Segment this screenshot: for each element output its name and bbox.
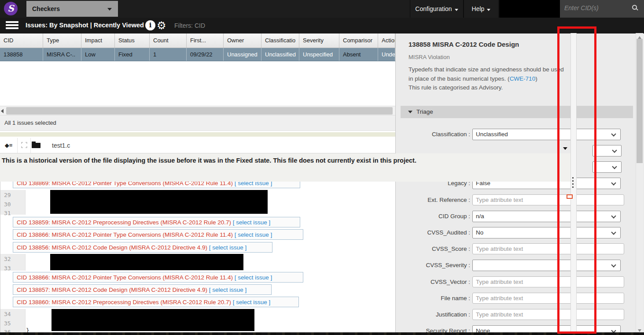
select-issue-link[interactable]: [ select issue ] bbox=[209, 244, 247, 251]
issue-description: Typedefs that indicate size and signedne… bbox=[408, 65, 568, 83]
chevron-down-icon bbox=[487, 9, 490, 11]
column-header-type[interactable]: Type bbox=[43, 34, 81, 48]
triage-field-label: CVSS_Audited : bbox=[398, 229, 470, 236]
select-value: n/a bbox=[476, 213, 484, 220]
line-number: 35 bbox=[4, 320, 11, 327]
row-cell[interactable]: Low bbox=[81, 48, 115, 61]
row-cell[interactable]: 09/29/22 bbox=[187, 48, 224, 61]
table-horizontal-scrollbar[interactable] bbox=[0, 106, 395, 115]
issue-event-box: CID 138856: MISRA C-2012 Code Design (MI… bbox=[13, 242, 272, 253]
ext-reference-input[interactable] bbox=[472, 194, 624, 205]
hidden-field-select[interactable] bbox=[592, 161, 622, 173]
triage-field-label: CVSS_Vector : bbox=[398, 279, 470, 285]
scroll-down-icon[interactable] bbox=[638, 329, 641, 332]
top-navigation-bar: S Checkers Configuration Help Enter CID(… bbox=[0, 0, 644, 18]
row-cell[interactable]: Unclassified bbox=[261, 48, 299, 61]
info-icon[interactable]: i bbox=[145, 20, 155, 30]
checkers-dropdown[interactable]: Checkers bbox=[26, 1, 118, 17]
triage-field-label: CID Group : bbox=[398, 213, 470, 220]
advisory-note: This rule is categorised as Advisory. bbox=[408, 84, 503, 91]
scrollbar-thumb[interactable] bbox=[6, 107, 393, 115]
triage-field-label: CVSS_Severity : bbox=[398, 262, 470, 268]
issue-event-text: CID 138860: MISRA C-2012 Preprocessing D… bbox=[17, 299, 233, 305]
cid-group-select[interactable]: n/a bbox=[472, 211, 621, 222]
annotation-handle bbox=[567, 194, 573, 199]
cwe-link[interactable]: CWE-710 bbox=[510, 75, 536, 82]
column-header-status[interactable]: Status bbox=[115, 34, 150, 48]
select-value: Unclassified bbox=[476, 131, 508, 138]
hamburger-menu-icon[interactable] bbox=[6, 21, 18, 30]
row-cell[interactable]: Fixed bbox=[115, 48, 150, 61]
row-cell[interactable]: 1 bbox=[150, 48, 187, 61]
view-title: Issues: By Snapshot | Recently Viewed bbox=[26, 22, 144, 29]
pane-splitter[interactable] bbox=[0, 132, 395, 137]
cvss-vector-input[interactable] bbox=[472, 276, 624, 287]
scrollbar-thumb[interactable] bbox=[637, 39, 643, 163]
column-header-impact[interactable]: Impact bbox=[81, 34, 115, 48]
select-issue-link[interactable]: [ select issue ] bbox=[235, 182, 272, 186]
configuration-menu-label: Configuration bbox=[415, 5, 452, 12]
row-cell[interactable]: Unde bbox=[378, 48, 395, 61]
chevron-down-icon bbox=[611, 131, 616, 136]
row-cell[interactable]: Absent bbox=[339, 48, 378, 61]
issue-event-text: CID 138859: MISRA C-2012 Preprocessing D… bbox=[17, 219, 233, 226]
scroll-left-icon[interactable] bbox=[1, 109, 4, 113]
classification-select[interactable]: Unclassified bbox=[472, 129, 621, 140]
redacted-region bbox=[499, 0, 560, 18]
select-issue-link[interactable]: [ select issue ] bbox=[235, 231, 272, 238]
column-header-count[interactable]: Count bbox=[150, 34, 187, 48]
cvss-score-input[interactable] bbox=[472, 243, 624, 254]
column-header-classificatio[interactable]: Classificatio bbox=[261, 34, 299, 48]
select-issue-link[interactable]: [ select issue ] bbox=[233, 299, 271, 305]
column-header-action[interactable]: Action bbox=[378, 34, 395, 48]
select-issue-link[interactable]: [ select issue ] bbox=[235, 274, 272, 281]
cvss-severity-select[interactable] bbox=[472, 260, 621, 271]
search-icon[interactable] bbox=[632, 5, 637, 10]
description-text-end: ) bbox=[535, 75, 537, 82]
issue-subtitle: MISRA Violation bbox=[408, 54, 450, 60]
gear-icon[interactable]: ⚙ bbox=[157, 19, 166, 33]
triage-field-label: Justification : bbox=[398, 311, 470, 318]
file-name-input[interactable] bbox=[472, 293, 624, 304]
issue-event-box: CID 138866: MISRA C-2012 Pointer Type Co… bbox=[13, 229, 303, 240]
column-header-cid[interactable]: CID bbox=[0, 34, 43, 48]
cid-search-placeholder: Enter CID(s) bbox=[564, 4, 599, 11]
column-header-owner[interactable]: Owner bbox=[224, 34, 261, 48]
annotation-rectangle bbox=[557, 26, 596, 334]
column-header-first-[interactable]: First... bbox=[187, 34, 224, 48]
justification-input[interactable] bbox=[472, 309, 624, 320]
configuration-menu[interactable]: Configuration bbox=[410, 0, 464, 18]
row-cell[interactable]: Unassigned bbox=[224, 48, 261, 61]
folder-icon[interactable] bbox=[32, 143, 40, 148]
expand-icon[interactable] bbox=[18, 138, 31, 153]
source-code-viewer[interactable]: 2930313233343536CID 138869: MISRA C-2012… bbox=[0, 182, 395, 333]
select-issue-link[interactable]: [ select issue ] bbox=[233, 219, 271, 226]
triage-field-label: CVSS_Score : bbox=[398, 246, 470, 252]
select-issue-link[interactable]: [ select issue ] bbox=[209, 287, 247, 293]
issues-table-selected-row[interactable]: 138858MISRA C-..LowFixed109/29/22Unassig… bbox=[0, 48, 395, 61]
synopsys-logo-icon: S bbox=[4, 2, 18, 15]
issue-title: 138858 MISRA C-2012 Code Design bbox=[408, 41, 519, 48]
hidden-field-select[interactable] bbox=[592, 145, 622, 156]
file-tab[interactable]: test1.c bbox=[52, 142, 70, 149]
column-header-severity[interactable]: Severity bbox=[299, 34, 339, 48]
redacted-code-block bbox=[50, 254, 243, 270]
main-vertical-scrollbar[interactable] bbox=[636, 33, 643, 335]
help-menu[interactable]: Help bbox=[464, 0, 499, 18]
row-cell[interactable]: MISRA C-.. bbox=[43, 48, 81, 61]
line-number: 29 bbox=[4, 192, 11, 198]
cid-search-input[interactable]: Enter CID(s) bbox=[560, 0, 644, 18]
chevron-down-icon bbox=[612, 148, 617, 153]
select-value: No bbox=[476, 229, 483, 236]
column-header-comparisor[interactable]: Comparisor bbox=[339, 34, 378, 48]
description-text: Typedefs that indicate size and signedne… bbox=[408, 66, 564, 82]
issue-event-text: CID 138856: MISRA C-2012 Code Design (MI… bbox=[17, 244, 209, 251]
row-cell[interactable]: Unspecified bbox=[299, 48, 339, 61]
filters-label: Filters: CID bbox=[174, 22, 205, 29]
triage-section-header[interactable]: Triage bbox=[401, 106, 633, 118]
chevron-down-icon bbox=[611, 230, 616, 234]
cvss-audited-select[interactable]: No bbox=[472, 227, 621, 238]
row-cell[interactable]: 138858 bbox=[0, 48, 43, 61]
issue-list-toggle-icon[interactable]: ◆≡ bbox=[0, 138, 18, 153]
issue-event-box: CID 138866: MISRA C-2012 Pointer Type Co… bbox=[13, 272, 303, 283]
